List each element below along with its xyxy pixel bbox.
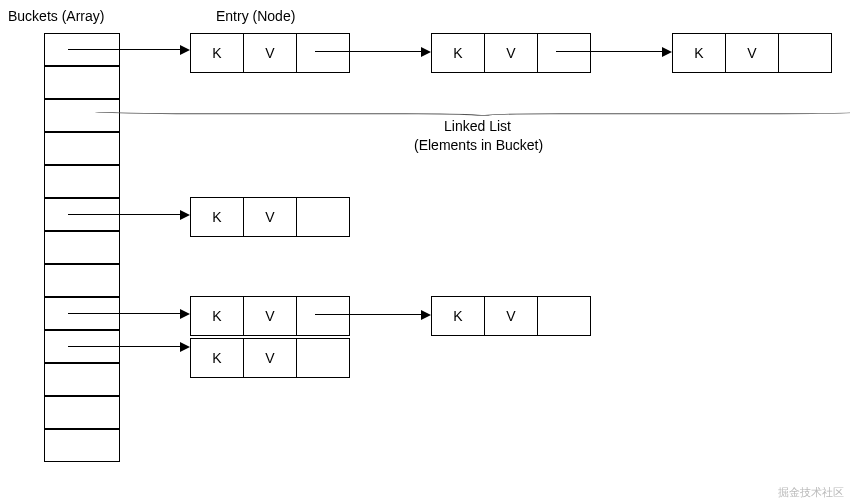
next-cell xyxy=(297,297,349,335)
bucket-6 xyxy=(44,231,120,264)
arrow-b0 xyxy=(68,49,182,50)
value-cell: V xyxy=(726,34,779,72)
entry-node: K V xyxy=(672,33,832,73)
arrow-b9 xyxy=(68,346,182,347)
key-cell: K xyxy=(673,34,726,72)
key-cell: K xyxy=(432,297,485,335)
arrow-b5-head xyxy=(180,210,190,220)
arrow-b0-head xyxy=(180,45,190,55)
arrow-r1-1-head xyxy=(421,47,431,57)
entry-label: Entry (Node) xyxy=(216,8,295,24)
arrow-r3-1 xyxy=(315,314,423,315)
next-cell xyxy=(297,339,349,377)
linked-list-label-1: Linked List xyxy=(444,118,511,134)
value-cell: V xyxy=(485,34,538,72)
bucket-3 xyxy=(44,132,120,165)
value-cell: V xyxy=(244,297,297,335)
bucket-1 xyxy=(44,66,120,99)
arrow-b8 xyxy=(68,313,182,314)
next-cell xyxy=(538,34,590,72)
entry-node: K V xyxy=(190,197,350,237)
bucket-12 xyxy=(44,429,120,462)
bucket-7 xyxy=(44,264,120,297)
value-cell: V xyxy=(244,198,297,236)
entry-node: K V xyxy=(431,33,591,73)
key-cell: K xyxy=(191,198,244,236)
linked-list-label-2: (Elements in Bucket) xyxy=(414,137,543,153)
bucket-11 xyxy=(44,396,120,429)
key-cell: K xyxy=(191,297,244,335)
next-cell xyxy=(297,34,349,72)
value-cell: V xyxy=(244,339,297,377)
next-cell xyxy=(779,34,831,72)
next-cell xyxy=(297,198,349,236)
bucket-10 xyxy=(44,363,120,396)
arrow-r1-2 xyxy=(556,51,664,52)
next-cell xyxy=(538,297,590,335)
buckets-label: Buckets (Array) xyxy=(8,8,104,24)
arrow-b5 xyxy=(68,214,182,215)
watermark: 掘金技术社区 xyxy=(778,485,844,500)
bucket-4 xyxy=(44,165,120,198)
entry-node: K V xyxy=(431,296,591,336)
arrow-b8-head xyxy=(180,309,190,319)
arrow-r1-2-head xyxy=(662,47,672,57)
arrow-r1-1 xyxy=(315,51,423,52)
entry-node: K V xyxy=(190,296,350,336)
key-cell: K xyxy=(432,34,485,72)
value-cell: V xyxy=(244,34,297,72)
arrow-r3-1-head xyxy=(421,310,431,320)
key-cell: K xyxy=(191,339,244,377)
entry-node: K V xyxy=(190,338,350,378)
key-cell: K xyxy=(191,34,244,72)
value-cell: V xyxy=(485,297,538,335)
entry-node: K V xyxy=(190,33,350,73)
arrow-b9-head xyxy=(180,342,190,352)
